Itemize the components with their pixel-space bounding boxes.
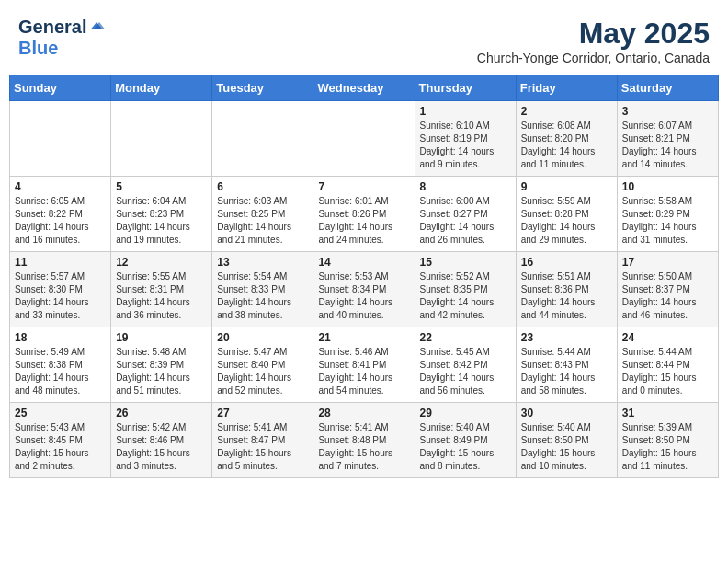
day-number: 30 <box>521 407 612 419</box>
day-number: 14 <box>318 256 409 269</box>
calendar-cell <box>10 101 111 177</box>
location-text: Church-Yonge Corridor, Ontario, Canada <box>477 51 710 65</box>
weekday-header-thursday: Thursday <box>415 75 516 101</box>
weekday-header-row: SundayMondayTuesdayWednesdayThursdayFrid… <box>10 75 719 101</box>
day-number: 12 <box>116 256 207 269</box>
day-number: 21 <box>318 331 409 344</box>
calendar-cell: 7Sunrise: 6:01 AM Sunset: 8:26 PM Daylig… <box>313 177 415 252</box>
weekday-header-saturday: Saturday <box>617 75 718 101</box>
day-info: Sunrise: 5:54 AM Sunset: 8:33 PM Dayligh… <box>217 270 308 322</box>
day-number: 6 <box>217 180 308 193</box>
day-info: Sunrise: 5:45 AM Sunset: 8:42 PM Dayligh… <box>420 346 511 397</box>
week-row-1: 1Sunrise: 6:10 AM Sunset: 8:19 PM Daylig… <box>10 101 719 177</box>
day-info: Sunrise: 5:51 AM Sunset: 8:36 PM Dayligh… <box>521 270 612 322</box>
day-number: 15 <box>420 256 511 269</box>
day-number: 19 <box>116 331 207 344</box>
day-info: Sunrise: 6:01 AM Sunset: 8:26 PM Dayligh… <box>318 195 409 247</box>
day-info: Sunrise: 6:08 AM Sunset: 8:20 PM Dayligh… <box>521 120 612 171</box>
day-number: 17 <box>622 256 713 269</box>
day-number: 25 <box>15 407 106 419</box>
calendar-cell: 17Sunrise: 5:50 AM Sunset: 8:37 PM Dayli… <box>617 252 718 327</box>
day-info: Sunrise: 5:52 AM Sunset: 8:35 PM Dayligh… <box>420 270 511 322</box>
day-number: 16 <box>521 256 612 269</box>
day-info: Sunrise: 5:46 AM Sunset: 8:41 PM Dayligh… <box>318 346 409 397</box>
day-info: Sunrise: 5:57 AM Sunset: 8:30 PM Dayligh… <box>15 270 106 322</box>
day-info: Sunrise: 6:10 AM Sunset: 8:19 PM Dayligh… <box>420 120 511 171</box>
day-info: Sunrise: 5:41 AM Sunset: 8:47 PM Dayligh… <box>217 421 308 473</box>
day-number: 24 <box>622 331 713 344</box>
day-info: Sunrise: 5:40 AM Sunset: 8:50 PM Dayligh… <box>521 421 612 473</box>
calendar-cell: 1Sunrise: 6:10 AM Sunset: 8:19 PM Daylig… <box>415 101 516 177</box>
calendar-cell: 24Sunrise: 5:44 AM Sunset: 8:44 PM Dayli… <box>617 327 718 403</box>
calendar-cell: 11Sunrise: 5:57 AM Sunset: 8:30 PM Dayli… <box>10 252 111 327</box>
day-number: 22 <box>420 331 511 344</box>
day-number: 20 <box>217 331 308 344</box>
calendar-cell: 21Sunrise: 5:46 AM Sunset: 8:41 PM Dayli… <box>313 327 415 403</box>
day-info: Sunrise: 6:05 AM Sunset: 8:22 PM Dayligh… <box>15 195 106 247</box>
day-info: Sunrise: 5:47 AM Sunset: 8:40 PM Dayligh… <box>217 346 308 397</box>
day-number: 7 <box>318 180 409 193</box>
day-info: Sunrise: 5:42 AM Sunset: 8:46 PM Dayligh… <box>116 421 207 473</box>
day-number: 11 <box>15 256 106 269</box>
day-number: 26 <box>116 407 207 419</box>
logo-icon <box>88 19 105 36</box>
day-number: 18 <box>15 331 106 344</box>
day-info: Sunrise: 5:50 AM Sunset: 8:37 PM Dayligh… <box>622 270 713 322</box>
calendar-cell: 29Sunrise: 5:40 AM Sunset: 8:49 PM Dayli… <box>415 403 516 478</box>
calendar-cell: 30Sunrise: 5:40 AM Sunset: 8:50 PM Dayli… <box>516 403 617 478</box>
day-info: Sunrise: 5:44 AM Sunset: 8:44 PM Dayligh… <box>622 346 713 397</box>
week-row-3: 11Sunrise: 5:57 AM Sunset: 8:30 PM Dayli… <box>10 252 719 327</box>
day-number: 23 <box>521 331 612 344</box>
day-info: Sunrise: 5:53 AM Sunset: 8:34 PM Dayligh… <box>318 270 409 322</box>
day-info: Sunrise: 6:04 AM Sunset: 8:23 PM Dayligh… <box>116 195 207 247</box>
week-row-2: 4Sunrise: 6:05 AM Sunset: 8:22 PM Daylig… <box>10 177 719 252</box>
day-number: 2 <box>521 105 612 118</box>
day-info: Sunrise: 6:03 AM Sunset: 8:25 PM Dayligh… <box>217 195 308 247</box>
header: General Blue May 2025 Church-Yonge Corri… <box>9 9 719 69</box>
calendar-cell: 4Sunrise: 6:05 AM Sunset: 8:22 PM Daylig… <box>10 177 111 252</box>
day-info: Sunrise: 6:00 AM Sunset: 8:27 PM Dayligh… <box>420 195 511 247</box>
day-info: Sunrise: 5:44 AM Sunset: 8:43 PM Dayligh… <box>521 346 612 397</box>
calendar-cell: 22Sunrise: 5:45 AM Sunset: 8:42 PM Dayli… <box>415 327 516 403</box>
day-number: 13 <box>217 256 308 269</box>
calendar-cell: 8Sunrise: 6:00 AM Sunset: 8:27 PM Daylig… <box>415 177 516 252</box>
calendar-cell: 15Sunrise: 5:52 AM Sunset: 8:35 PM Dayli… <box>415 252 516 327</box>
logo-blue-text: Blue <box>18 38 58 59</box>
day-info: Sunrise: 5:40 AM Sunset: 8:49 PM Dayligh… <box>420 421 511 473</box>
calendar-cell: 5Sunrise: 6:04 AM Sunset: 8:23 PM Daylig… <box>111 177 212 252</box>
day-number: 8 <box>420 180 511 193</box>
calendar-cell: 31Sunrise: 5:39 AM Sunset: 8:50 PM Dayli… <box>617 403 718 478</box>
day-number: 4 <box>15 180 106 193</box>
calendar-cell: 10Sunrise: 5:58 AM Sunset: 8:29 PM Dayli… <box>617 177 718 252</box>
day-number: 28 <box>318 407 409 419</box>
logo: General Blue <box>18 17 105 59</box>
month-title: May 2025 <box>477 17 710 51</box>
day-info: Sunrise: 5:58 AM Sunset: 8:29 PM Dayligh… <box>622 195 713 247</box>
day-info: Sunrise: 5:55 AM Sunset: 8:31 PM Dayligh… <box>116 270 207 322</box>
day-number: 29 <box>420 407 511 419</box>
calendar-cell: 19Sunrise: 5:48 AM Sunset: 8:39 PM Dayli… <box>111 327 212 403</box>
calendar-cell: 2Sunrise: 6:08 AM Sunset: 8:20 PM Daylig… <box>516 101 617 177</box>
day-info: Sunrise: 5:43 AM Sunset: 8:45 PM Dayligh… <box>15 421 106 473</box>
calendar-cell <box>313 101 415 177</box>
weekday-header-monday: Monday <box>111 75 212 101</box>
day-info: Sunrise: 5:39 AM Sunset: 8:50 PM Dayligh… <box>622 421 713 473</box>
calendar-cell: 23Sunrise: 5:44 AM Sunset: 8:43 PM Dayli… <box>516 327 617 403</box>
day-number: 27 <box>217 407 308 419</box>
day-number: 10 <box>622 180 713 193</box>
title-area: May 2025 Church-Yonge Corridor, Ontario,… <box>477 17 710 65</box>
weekday-header-tuesday: Tuesday <box>212 75 313 101</box>
weekday-header-wednesday: Wednesday <box>313 75 415 101</box>
weekday-header-friday: Friday <box>516 75 617 101</box>
calendar-cell: 27Sunrise: 5:41 AM Sunset: 8:47 PM Dayli… <box>212 403 313 478</box>
day-info: Sunrise: 5:48 AM Sunset: 8:39 PM Dayligh… <box>116 346 207 397</box>
day-info: Sunrise: 5:49 AM Sunset: 8:38 PM Dayligh… <box>15 346 106 397</box>
calendar-cell <box>212 101 313 177</box>
week-row-5: 25Sunrise: 5:43 AM Sunset: 8:45 PM Dayli… <box>10 403 719 478</box>
calendar-cell: 25Sunrise: 5:43 AM Sunset: 8:45 PM Dayli… <box>10 403 111 478</box>
calendar-table: SundayMondayTuesdayWednesdayThursdayFrid… <box>9 75 719 478</box>
calendar-cell: 28Sunrise: 5:41 AM Sunset: 8:48 PM Dayli… <box>313 403 415 478</box>
week-row-4: 18Sunrise: 5:49 AM Sunset: 8:38 PM Dayli… <box>10 327 719 403</box>
calendar-cell: 6Sunrise: 6:03 AM Sunset: 8:25 PM Daylig… <box>212 177 313 252</box>
weekday-header-sunday: Sunday <box>10 75 111 101</box>
